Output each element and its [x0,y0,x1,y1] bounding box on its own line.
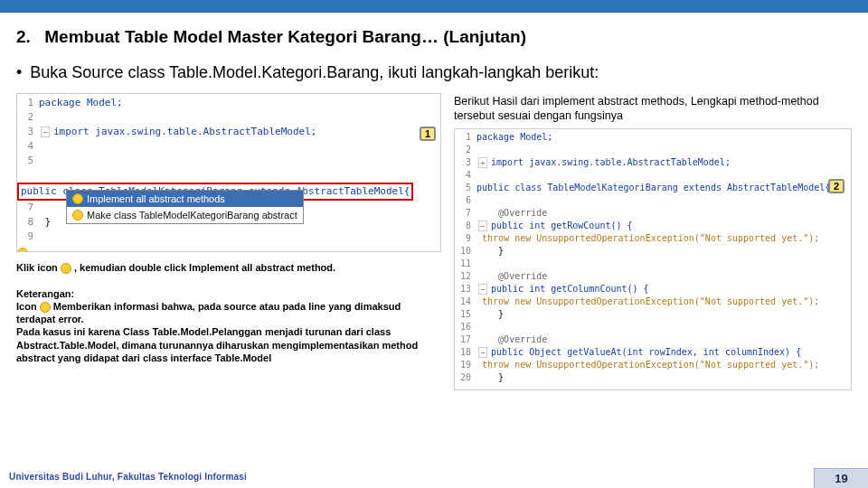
lightbulb-icon[interactable] [17,248,28,252]
lightbulb-icon [72,193,83,204]
quickfix-make-abstract[interactable]: Make class TableModelKategoriBarang abst… [67,207,303,223]
keterangan-head: Keterangan: [16,288,74,299]
page-number: 19 [814,468,868,488]
title-number: 2. [16,27,40,47]
slide-top-bar [0,0,868,13]
step-badge-2: 2 [828,179,844,193]
bullet-dot: • [16,63,22,81]
slide-title: 2. Membuat Table Model Master Kategori B… [16,27,852,47]
slide-content: 2. Membuat Table Model Master Kategori B… [0,13,868,390]
quickfix-popup: Implement all abstract methods Make clas… [66,190,304,224]
popup-item-label: Implement all abstract methods [87,192,225,206]
right-intro-text: Berikut Hasil dari implement abstract me… [454,95,852,123]
popup-item-label: Make class TableModelKategoriBarang abst… [87,208,297,222]
keterangan-icon-b: Memberikan informasi bahwa, pada source … [16,301,401,324]
instruction-text: Buka Source class Table.Model.Kategori.B… [30,63,599,81]
instruction-bullet: • Buka Source class Table.Model.Kategori… [16,63,852,82]
title-text: Membuat Table Model Master Kategori Bara… [44,27,526,46]
left-notes: Klik icon , kemudian double click Implem… [16,261,441,364]
note-click-a: Klik icon [16,262,61,273]
code-editor-2: 1package Model; 2 3+import javax.swing.t… [454,128,852,390]
lightbulb-icon [61,263,71,274]
quickfix-implement-abstract[interactable]: Implement all abstract methods [67,191,303,207]
code-editor-1: 1package Model; 2 3−import javax.swing.t… [16,93,441,252]
code1-line3: import javax.swing.table.AbstractTableMo… [53,126,316,137]
left-column: 1package Model; 2 3−import javax.swing.t… [16,93,441,390]
code1-line1: package Model; [39,97,123,108]
keterangan-icon-a: Icon [16,301,40,312]
keterangan-body: Pada kasus ini karena Class Table.Model.… [16,326,418,363]
lightbulb-icon [40,302,51,313]
right-column: Berikut Hasil dari implement abstract me… [454,93,852,390]
lightbulb-icon [72,210,83,221]
footer-institution: Universitas Budi Luhur, Fakultas Teknolo… [0,468,256,488]
step-badge-1: 1 [420,127,436,141]
note-click-b: , kemudian double click Implement all ab… [74,262,335,273]
